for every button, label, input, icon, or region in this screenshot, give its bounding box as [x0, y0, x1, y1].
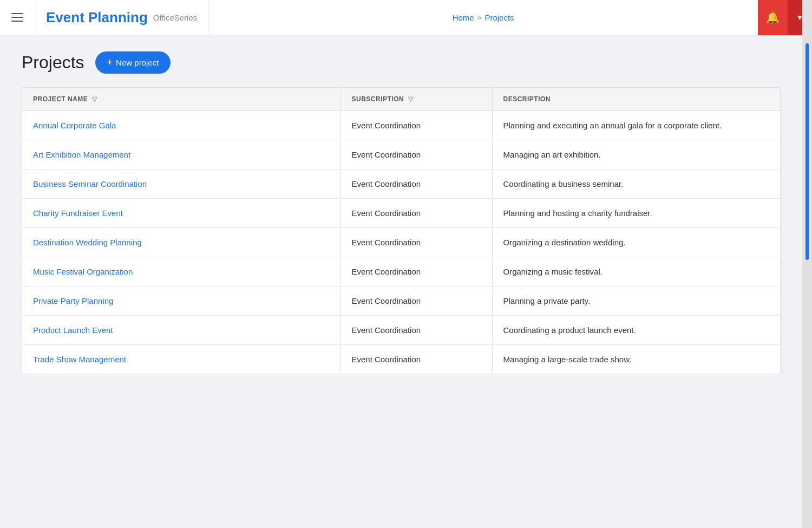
project-description-cell: Planning and executing an annual gala fo… — [492, 111, 780, 140]
table-row: Charity Fundraiser EventEvent Coordinati… — [22, 199, 780, 228]
project-name-link[interactable]: Art Exhibition Management — [33, 150, 130, 159]
project-name-link[interactable]: Product Launch Event — [33, 325, 113, 335]
breadcrumb-separator: » — [477, 13, 482, 22]
main-content: Projects + New project PROJECT NAME ▽ — [0, 35, 812, 390]
project-description-cell: Organizing a music festival. — [492, 257, 780, 286]
scrollbar-track[interactable] — [802, 0, 812, 528]
page-title: Projects — [22, 53, 84, 73]
brand-title: Event Planning — [46, 9, 148, 26]
new-project-label: New project — [116, 58, 159, 67]
projects-table: PROJECT NAME ▽ SUBSCRIPTION ▽ DESCRIPTIO… — [22, 88, 780, 374]
project-description-cell: Coordinating a business seminar. — [492, 170, 780, 199]
table-row: Private Party PlanningEvent Coordination… — [22, 286, 780, 316]
project-name-cell: Private Party Planning — [22, 286, 340, 316]
col-header-subscription: SUBSCRIPTION ▽ — [340, 88, 492, 111]
project-name-link[interactable]: Music Festival Organization — [33, 267, 133, 276]
projects-table-container: PROJECT NAME ▽ SUBSCRIPTION ▽ DESCRIPTIO… — [22, 87, 781, 374]
new-project-button[interactable]: + New project — [95, 51, 171, 74]
project-subscription-cell: Event Coordination — [340, 286, 492, 316]
project-name-cell: Charity Fundraiser Event — [22, 199, 340, 228]
table-row: Destination Wedding PlanningEvent Coordi… — [22, 228, 780, 257]
project-subscription-cell: Event Coordination — [340, 199, 492, 228]
table-row: Trade Show ManagementEvent CoordinationM… — [22, 345, 780, 374]
project-name-cell: Music Festival Organization — [22, 257, 340, 286]
project-name-link[interactable]: Destination Wedding Planning — [33, 238, 142, 247]
page-header: Projects + New project — [22, 51, 790, 74]
breadcrumb-projects[interactable]: Projects — [484, 13, 514, 22]
table-header-row: PROJECT NAME ▽ SUBSCRIPTION ▽ DESCRIPTIO… — [22, 88, 780, 111]
filter-subscription-icon[interactable]: ▽ — [408, 95, 414, 103]
brand-subtitle: OfficeSeries — [153, 13, 197, 22]
project-description-cell: Organizing a destination wedding. — [492, 228, 780, 257]
project-name-cell: Business Seminar Coordination — [22, 170, 340, 199]
project-name-link[interactable]: Private Party Planning — [33, 296, 113, 305]
project-name-cell: Product Launch Event — [22, 316, 340, 345]
project-subscription-cell: Event Coordination — [340, 170, 492, 199]
scrollbar-thumb[interactable] — [806, 43, 809, 260]
brand-area: Event Planning OfficeSeries — [35, 0, 208, 35]
col-header-description: DESCRIPTION — [492, 88, 780, 111]
hamburger-icon — [11, 13, 23, 22]
app-header: Event Planning OfficeSeries Home » Proje… — [0, 0, 812, 35]
project-description-cell: Coordinating a product launch event. — [492, 316, 780, 345]
project-description-cell: Planning a private party. — [492, 286, 780, 316]
table-row: Music Festival OrganizationEvent Coordin… — [22, 257, 780, 286]
breadcrumb-home[interactable]: Home — [453, 13, 474, 22]
plus-icon: + — [107, 57, 113, 68]
project-subscription-cell: Event Coordination — [340, 316, 492, 345]
project-name-link[interactable]: Annual Corporate Gala — [33, 121, 116, 130]
project-name-link[interactable]: Charity Fundraiser Event — [33, 208, 123, 218]
project-subscription-cell: Event Coordination — [340, 111, 492, 140]
table-row: Annual Corporate GalaEvent CoordinationP… — [22, 111, 780, 140]
project-subscription-cell: Event Coordination — [340, 140, 492, 170]
table-row: Product Launch EventEvent CoordinationCo… — [22, 316, 780, 345]
project-description-cell: Managing an art exhibition. — [492, 140, 780, 170]
bell-icon: 🔔 — [766, 11, 780, 24]
filter-name-icon[interactable]: ▽ — [92, 95, 97, 103]
hamburger-button[interactable] — [0, 0, 35, 35]
project-name-cell: Art Exhibition Management — [22, 140, 340, 170]
project-name-link[interactable]: Trade Show Management — [33, 355, 126, 364]
col-header-name: PROJECT NAME ▽ — [22, 88, 340, 111]
project-subscription-cell: Event Coordination — [340, 228, 492, 257]
table-row: Art Exhibition ManagementEvent Coordinat… — [22, 140, 780, 170]
project-name-cell: Trade Show Management — [22, 345, 340, 374]
project-description-cell: Managing a large-scale trade show. — [492, 345, 780, 374]
project-name-cell: Annual Corporate Gala — [22, 111, 340, 140]
project-subscription-cell: Event Coordination — [340, 345, 492, 374]
notification-button[interactable]: 🔔 — [758, 0, 788, 35]
breadcrumb: Home » Projects — [208, 13, 758, 22]
table-row: Business Seminar CoordinationEvent Coord… — [22, 170, 780, 199]
project-name-cell: Destination Wedding Planning — [22, 228, 340, 257]
project-subscription-cell: Event Coordination — [340, 257, 492, 286]
project-name-link[interactable]: Business Seminar Coordination — [33, 179, 147, 188]
project-description-cell: Planning and hosting a charity fundraise… — [492, 199, 780, 228]
